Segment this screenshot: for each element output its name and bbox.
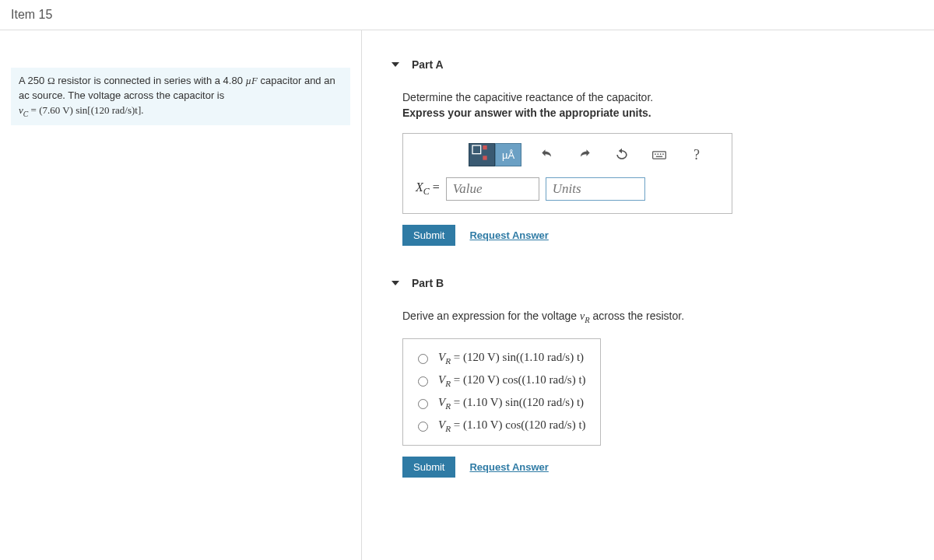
- units-input[interactable]: [546, 177, 645, 201]
- submit-button-a[interactable]: Submit: [402, 225, 455, 246]
- template-button-2[interactable]: µÅ: [495, 143, 521, 166]
- template-button-1[interactable]: [469, 143, 495, 166]
- variable-label: XC =: [416, 180, 440, 198]
- help-label: ?: [693, 147, 700, 163]
- caret-down-icon: [392, 62, 399, 67]
- svg-rect-0: [472, 145, 481, 154]
- help-icon[interactable]: ?: [685, 145, 708, 165]
- equation-row: XC =: [416, 177, 719, 201]
- left-panel: A 250 Ω resistor is connected in series …: [0, 30, 362, 560]
- part-a: Part A Determine the capacitive reactanc…: [379, 52, 917, 249]
- part-a-instruction: Express your answer with the appropriate…: [402, 107, 894, 119]
- text: resistor is connected in series with a 4…: [55, 75, 246, 86]
- mc-option[interactable]: VR = (120 V) sin((1.10 rad/s) t): [414, 347, 586, 369]
- part-b-header[interactable]: Part B: [379, 271, 917, 296]
- multiple-choice-box: VR = (120 V) sin((1.10 rad/s) t) VR = (1…: [402, 338, 601, 446]
- right-panel: Part A Determine the capacitive reactanc…: [362, 30, 934, 560]
- radio-input[interactable]: [418, 376, 428, 387]
- part-b: Part B Derive an expression for the volt…: [379, 271, 917, 481]
- text: A 250: [19, 75, 47, 86]
- part-a-header[interactable]: Part A: [379, 52, 917, 77]
- mc-option[interactable]: VR = (1.10 V) sin((120 rad/s) t): [414, 392, 586, 415]
- text: Derive an expression for the voltage: [402, 310, 580, 322]
- part-a-prompt: Determine the capacitive reactance of th…: [402, 91, 894, 103]
- reset-icon[interactable]: [610, 145, 634, 165]
- text: across the resistor.: [590, 310, 684, 322]
- ohm-symbol: Ω: [47, 75, 55, 86]
- templates-group: µÅ: [469, 143, 521, 166]
- microfarad: µF: [246, 75, 258, 86]
- svg-rect-8: [656, 156, 662, 157]
- mu-angstrom-label: µÅ: [502, 149, 514, 161]
- value-input[interactable]: [446, 177, 539, 201]
- svg-rect-3: [653, 152, 666, 159]
- submit-button-b[interactable]: Submit: [402, 457, 455, 478]
- answer-box-a: µÅ: [402, 133, 732, 214]
- svg-point-7: [662, 153, 664, 155]
- keyboard-icon[interactable]: [648, 145, 671, 165]
- undo-icon[interactable]: [535, 145, 559, 165]
- svg-rect-1: [483, 145, 486, 149]
- mc-option[interactable]: VR = (1.10 V) cos((120 rad/s) t): [414, 415, 586, 437]
- svg-point-4: [655, 153, 656, 155]
- toolbar: µÅ: [416, 143, 719, 174]
- radio-input[interactable]: [418, 399, 428, 409]
- page-title: Item 15: [0, 0, 934, 30]
- equation: = (7.60 V) sin[(120 rad/s)t].: [28, 104, 143, 116]
- svg-point-5: [658, 153, 659, 155]
- caret-down-icon: [392, 281, 399, 285]
- part-a-label: Part A: [412, 58, 444, 71]
- svg-rect-2: [483, 156, 486, 159]
- mc-option[interactable]: VR = (120 V) cos((1.10 rad/s) t): [414, 369, 586, 392]
- part-b-label: Part B: [412, 277, 444, 289]
- radio-input[interactable]: [418, 354, 428, 364]
- request-answer-b[interactable]: Request Answer: [469, 461, 548, 473]
- redo-icon[interactable]: [573, 145, 596, 165]
- radio-input[interactable]: [418, 422, 428, 432]
- svg-point-6: [660, 153, 662, 155]
- part-b-prompt: Derive an expression for the voltage vR …: [402, 310, 894, 324]
- request-answer-a[interactable]: Request Answer: [469, 229, 548, 241]
- problem-statement: A 250 Ω resistor is connected in series …: [11, 68, 350, 125]
